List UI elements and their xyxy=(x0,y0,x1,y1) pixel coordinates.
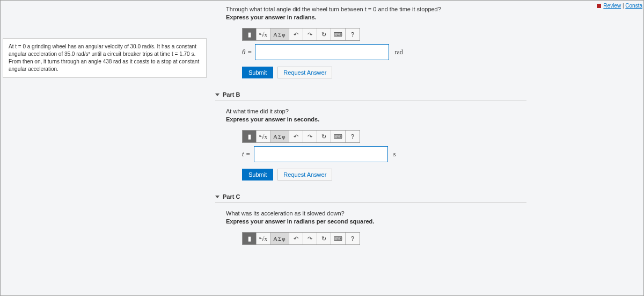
greek-button[interactable]: ΑΣφ xyxy=(270,233,289,244)
part-b-answer-input[interactable] xyxy=(254,146,388,162)
sqrt-button[interactable]: ⁿ√x xyxy=(257,233,270,244)
part-a-request-answer[interactable]: Request Answer xyxy=(277,67,332,78)
top-links: Review | Consta xyxy=(597,3,642,9)
keyboard-icon[interactable]: ⌨ xyxy=(331,131,346,142)
chevron-down-icon xyxy=(215,93,219,96)
part-b-unit: s xyxy=(393,150,396,158)
help-icon[interactable]: ? xyxy=(346,28,360,40)
part-b-toolbar: ▮ ⁿ√x ΑΣφ ↶ ↷ ↻ ⌨ ? xyxy=(242,130,360,143)
help-icon[interactable]: ? xyxy=(346,131,360,142)
part-a-submit-button[interactable]: Submit xyxy=(242,67,273,78)
problem-statement: At t = 0 a grinding wheel has an angular… xyxy=(3,38,207,78)
reset-icon[interactable]: ↻ xyxy=(317,233,331,244)
sqrt-button[interactable]: ⁿ√x xyxy=(257,28,270,40)
part-b-request-answer[interactable]: Request Answer xyxy=(277,169,332,181)
part-a-unit: rad xyxy=(394,48,402,56)
redo-icon[interactable]: ↷ xyxy=(303,233,317,244)
chevron-down-icon xyxy=(215,196,219,198)
part-c-header[interactable]: Part C xyxy=(215,190,526,203)
part-c-instruction: Express your answer in radians per secon… xyxy=(226,218,526,225)
review-link[interactable]: Review xyxy=(603,3,621,9)
part-a-var-label: θ = xyxy=(242,48,252,56)
templates-button[interactable]: ▮ xyxy=(243,131,257,142)
greek-button[interactable]: ΑΣφ xyxy=(270,131,289,142)
sqrt-button[interactable]: ⁿ√x xyxy=(257,131,270,142)
reset-icon[interactable]: ↻ xyxy=(317,131,331,142)
flag-icon xyxy=(597,4,601,8)
help-icon[interactable]: ? xyxy=(346,233,360,244)
keyboard-icon[interactable]: ⌨ xyxy=(331,28,346,40)
part-b-title: Part B xyxy=(223,91,240,98)
problem-text: At t = 0 a grinding wheel has an angular… xyxy=(9,44,199,72)
part-c-title: Part C xyxy=(223,193,240,200)
keyboard-icon[interactable]: ⌨ xyxy=(331,233,346,244)
undo-icon[interactable]: ↶ xyxy=(289,131,303,142)
part-b-var-label: t = xyxy=(242,150,251,158)
redo-icon[interactable]: ↷ xyxy=(303,131,317,142)
reset-icon[interactable]: ↻ xyxy=(317,28,331,40)
undo-icon[interactable]: ↶ xyxy=(289,28,303,40)
part-a-instruction: Express your answer in radians. xyxy=(226,14,526,20)
part-a-answer-input[interactable] xyxy=(255,44,389,60)
part-c-question: What was its acceleration as it slowed d… xyxy=(226,210,526,216)
undo-icon[interactable]: ↶ xyxy=(289,233,303,244)
constants-link[interactable]: Consta xyxy=(625,3,642,9)
part-c-toolbar: ▮ ⁿ√x ΑΣφ ↶ ↷ ↻ ⌨ ? xyxy=(242,232,360,245)
part-b-instruction: Express your answer in seconds. xyxy=(226,116,526,122)
part-c: What was its acceleration as it slowed d… xyxy=(226,210,526,248)
templates-button[interactable]: ▮ xyxy=(243,28,257,40)
templates-button[interactable]: ▮ xyxy=(243,233,257,244)
greek-button[interactable]: ΑΣφ xyxy=(270,28,289,40)
part-b-question: At what time did it stop? xyxy=(226,108,526,114)
part-a: Through what total angle did the wheel t… xyxy=(226,6,526,78)
part-b: At what time did it stop? Express your a… xyxy=(226,108,526,181)
part-a-toolbar: ▮ ⁿ√x ΑΣφ ↶ ↷ ↻ ⌨ ? xyxy=(242,28,360,41)
part-b-submit-button[interactable]: Submit xyxy=(242,169,273,181)
redo-icon[interactable]: ↷ xyxy=(303,28,317,40)
part-b-header[interactable]: Part B xyxy=(215,88,526,100)
part-a-question: Through what total angle did the wheel t… xyxy=(226,6,526,12)
